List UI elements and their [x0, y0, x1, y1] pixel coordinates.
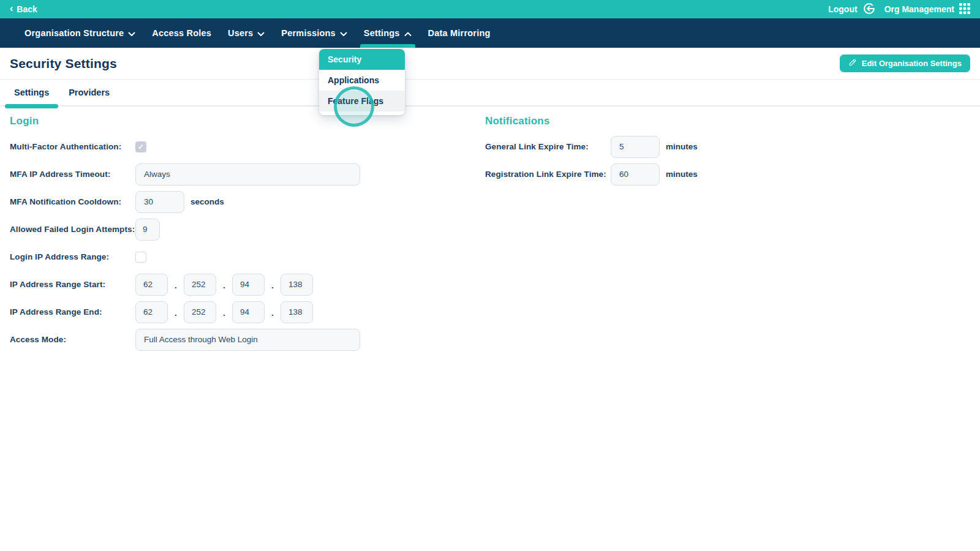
- unit-label: minutes: [666, 142, 698, 151]
- access-mode-input[interactable]: [135, 329, 360, 351]
- apps-grid-icon: [959, 3, 970, 16]
- unit-label: seconds: [190, 197, 224, 206]
- nav-item-data-mirroring[interactable]: Data Mirroring: [428, 18, 491, 48]
- form-row-ip-start: IP Address Range Start: . . .: [10, 271, 469, 298]
- general-link-expire-input[interactable]: [611, 136, 660, 158]
- form-row-ip-end: IP Address Range End: . . .: [10, 298, 469, 326]
- edit-organisation-settings-button[interactable]: Edit Organisation Settings: [840, 54, 970, 72]
- nav-label: Permissions: [281, 28, 335, 38]
- form-row-access-mode: Access Mode:: [10, 326, 469, 353]
- nav-item-permissions[interactable]: Permissions: [281, 18, 347, 48]
- login-section: Login Multi-Factor Authentication: ✓ MFA…: [10, 115, 469, 353]
- tab-providers[interactable]: Providers: [59, 79, 119, 106]
- org-management-label: Org Management: [884, 4, 954, 14]
- failed-login-attempts-input[interactable]: [135, 219, 160, 241]
- form-row-ip-range-toggle: Login IP Address Range: ✓: [10, 243, 469, 271]
- unit-label: minutes: [666, 170, 698, 179]
- ip-start-octet-1-input[interactable]: [135, 274, 168, 296]
- field-label: Login IP Address Range:: [10, 252, 135, 261]
- registration-link-expire-input[interactable]: [611, 163, 660, 186]
- field-label: Allowed Failed Login Attempts:: [10, 225, 135, 234]
- nav-label: Settings: [364, 28, 400, 38]
- form-row-mfa: Multi-Factor Authentication: ✓: [10, 133, 469, 160]
- dropdown-item-security[interactable]: Security: [319, 49, 405, 70]
- page-header: Security Settings Edit Organisation Sett…: [0, 48, 980, 80]
- chevron-down-icon: [128, 29, 135, 39]
- field-label: MFA IP Address Timeout:: [10, 170, 135, 179]
- mfa-checkbox[interactable]: ✓: [135, 141, 146, 152]
- mfa-cooldown-input[interactable]: [135, 191, 184, 213]
- tab-bar: Settings Providers: [0, 80, 980, 107]
- field-label: Access Mode:: [10, 335, 135, 344]
- dropdown-item-feature-flags[interactable]: Feature Flags: [319, 91, 405, 111]
- octet-separator: .: [174, 281, 178, 296]
- ip-end-octet-1-input[interactable]: [135, 301, 168, 323]
- nav-label: Users: [228, 28, 253, 38]
- ip-end-octet-4-input[interactable]: [281, 301, 313, 323]
- nav-label: Data Mirroring: [428, 28, 491, 38]
- nav-label: Organisation Structure: [24, 28, 124, 38]
- nav-item-access-roles[interactable]: Access Roles: [152, 18, 211, 48]
- tab-label: Settings: [14, 88, 49, 97]
- chevron-down-icon: [340, 29, 347, 39]
- field-label: MFA Notification Cooldown:: [10, 197, 135, 206]
- notifications-heading: Notifications: [485, 115, 804, 127]
- logout-icon: [862, 2, 876, 17]
- org-management-button[interactable]: Org Management: [884, 3, 970, 16]
- main-nav: Organisation Structure Access Roles User…: [0, 18, 980, 48]
- settings-dropdown-menu: Security Applications Feature Flags: [319, 49, 405, 115]
- ip-start-octet-3-input[interactable]: [232, 274, 265, 296]
- octet-separator: .: [222, 281, 226, 296]
- nav-label: Access Roles: [152, 28, 211, 38]
- logout-label: Logout: [828, 4, 857, 14]
- edit-button-label: Edit Organisation Settings: [862, 59, 962, 68]
- pencil-icon: [848, 58, 857, 69]
- back-button[interactable]: ‹ Back: [10, 4, 37, 14]
- back-label: Back: [17, 4, 37, 14]
- ip-end-octet-2-input[interactable]: [184, 301, 216, 323]
- chevron-up-icon: [404, 29, 412, 39]
- page: ‹ Back Logout Org Management: [0, 0, 980, 551]
- nav-item-organisation-structure[interactable]: Organisation Structure: [24, 18, 135, 48]
- ip-start-octet-4-input[interactable]: [281, 274, 313, 296]
- dropdown-item-applications[interactable]: Applications: [319, 70, 405, 91]
- form-row-mfa-cooldown: MFA Notification Cooldown: seconds: [10, 188, 469, 216]
- chevron-down-icon: [257, 29, 265, 39]
- field-label: General Link Expire Time:: [485, 142, 611, 151]
- nav-item-settings[interactable]: Settings: [364, 18, 412, 48]
- octet-separator: .: [271, 309, 274, 323]
- nav-item-users[interactable]: Users: [228, 18, 265, 48]
- tab-label: Providers: [69, 88, 110, 97]
- octet-separator: .: [271, 281, 274, 296]
- field-label: Registration Link Expire Time:: [485, 170, 611, 179]
- form-row-general-link-expire: General Link Expire Time: minutes: [485, 133, 804, 160]
- form-row-mfa-timeout: MFA IP Address Timeout:: [10, 160, 469, 188]
- login-heading: Login: [10, 115, 469, 127]
- notifications-section: Notifications General Link Expire Time: …: [485, 115, 804, 188]
- octet-separator: .: [174, 309, 178, 323]
- back-chevron-icon: ‹: [10, 4, 13, 13]
- top-bar: ‹ Back Logout Org Management: [0, 0, 980, 18]
- page-title: Security Settings: [10, 56, 117, 71]
- logout-button[interactable]: Logout: [828, 2, 875, 17]
- ip-end-octet-3-input[interactable]: [232, 301, 265, 323]
- octet-separator: .: [222, 309, 226, 323]
- tab-settings[interactable]: Settings: [5, 79, 58, 106]
- login-ip-range-checkbox[interactable]: ✓: [135, 252, 146, 263]
- mfa-ip-timeout-input[interactable]: [135, 163, 360, 186]
- field-label: IP Address Range End:: [10, 307, 135, 317]
- field-label: IP Address Range Start:: [10, 280, 135, 289]
- ip-start-octet-2-input[interactable]: [184, 274, 216, 296]
- form-row-failed-attempts: Allowed Failed Login Attempts:: [10, 216, 469, 243]
- field-label: Multi-Factor Authentication:: [10, 142, 135, 151]
- form-row-registration-link-expire: Registration Link Expire Time: minutes: [485, 160, 804, 188]
